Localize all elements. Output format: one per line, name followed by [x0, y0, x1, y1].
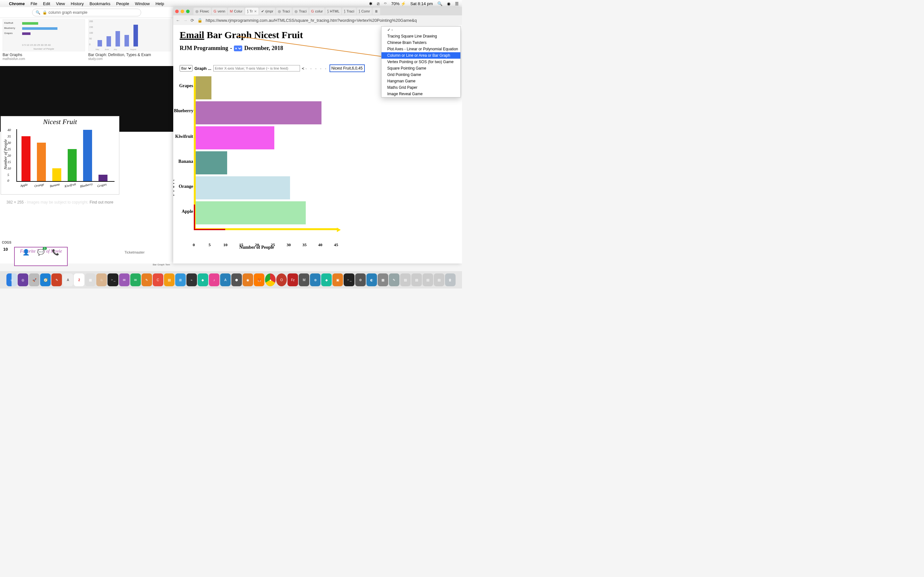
dock-app[interactable]: ◆: [198, 274, 208, 286]
dock-opera[interactable]: O: [276, 274, 287, 286]
clock[interactable]: Sat 8:14 pm: [410, 1, 433, 6]
tab-venn[interactable]: G venn: [212, 8, 227, 15]
dock-calendar[interactable]: 2: [74, 274, 84, 286]
siri-icon[interactable]: ◉: [447, 1, 451, 6]
back-button[interactable]: ←: [176, 18, 180, 23]
menu-window[interactable]: Window: [135, 1, 150, 6]
dock-textedit[interactable]: A: [63, 274, 73, 286]
menu-file[interactable]: File: [31, 1, 37, 6]
dd-item-tracing[interactable]: Tracing Square Line Drawing: [381, 33, 460, 39]
tab-comr[interactable]: ⟆ Comr: [357, 8, 372, 15]
mode-dropdown[interactable]: - Tracing Square Line Drawing Chinese Br…: [381, 26, 461, 97]
dock-app[interactable]: ✎: [142, 274, 152, 286]
dd-item-maths-grid[interactable]: Maths Grid Paper: [381, 84, 460, 91]
xy-value-input[interactable]: [213, 65, 300, 71]
tab-html[interactable]: ⟆ HTML: [325, 8, 341, 15]
tab-rjmpr[interactable]: ✔ rjmpr: [259, 8, 275, 15]
dock-app[interactable]: ▤: [434, 274, 444, 286]
tab-traci-2[interactable]: ◎ Traci: [292, 8, 309, 15]
battery-status[interactable]: 70% ⚡: [391, 1, 406, 6]
tab-colur-2[interactable]: G colur: [309, 8, 325, 15]
wifi-icon[interactable]: ⌔: [384, 1, 387, 6]
dock-app[interactable]: ✎: [51, 274, 62, 286]
dock-chrome[interactable]: ●: [265, 274, 276, 286]
dock-app[interactable]: ▤: [411, 274, 422, 286]
dd-item-vertex[interactable]: Vertex Pointing or SOS (for two) Game: [381, 59, 460, 65]
dock-app[interactable]: ⌁: [186, 274, 197, 286]
dock-finder[interactable]: ☺: [6, 274, 17, 286]
notification-center-icon[interactable]: ☰: [455, 1, 459, 6]
dock-app[interactable]: ⚙: [355, 274, 366, 286]
person-icon[interactable]: 👤: [23, 249, 29, 256]
dock-app[interactable]: ⬢: [231, 274, 242, 286]
hangouts-icon[interactable]: 💬: [37, 249, 44, 256]
airplay-icon[interactable]: ⎚: [377, 1, 380, 6]
new-tab-button[interactable]: 🗎: [373, 8, 380, 15]
dock-app[interactable]: ▤: [423, 274, 433, 286]
dock-app[interactable]: C: [153, 274, 163, 286]
dock-mamp[interactable]: M: [299, 274, 309, 286]
dd-item-hangman[interactable]: Hangman Game: [381, 78, 460, 84]
dock-app[interactable]: ◆: [321, 274, 332, 286]
tab-tr-active[interactable]: ⟆ Tr ✕: [245, 8, 258, 15]
dock-safari[interactable]: 🧭: [40, 274, 51, 286]
dock-trash[interactable]: 🗑: [445, 274, 456, 286]
dock-filezilla[interactable]: Fz: [288, 274, 298, 286]
close-tab-icon[interactable]: ✕: [254, 10, 257, 13]
zoom-window-button[interactable]: [186, 10, 190, 13]
dock-itunes[interactable]: ♪: [209, 274, 220, 286]
dock-terminal[interactable]: ＞_: [107, 274, 118, 286]
dd-item-dash[interactable]: -: [381, 27, 460, 33]
dock-app[interactable]: ✉: [130, 274, 141, 286]
dd-item-chinese[interactable]: Chinese Brain Twisters: [381, 39, 460, 46]
dd-item-plot-axes[interactable]: Plot Axes - Linear or Polynomial Equatio…: [381, 46, 460, 52]
forward-button[interactable]: →: [183, 18, 187, 23]
reload-button[interactable]: ⟳: [191, 18, 194, 23]
address-bar[interactable]: https://www.rjmprogramming.com.au/HTMLCS…: [206, 18, 459, 23]
dock-app[interactable]: ✎: [389, 274, 399, 286]
chart-type-select[interactable]: Bar: [180, 65, 192, 71]
dock-app[interactable]: ◎: [18, 274, 28, 286]
dock-appstore[interactable]: A: [220, 274, 231, 286]
dd-item-image-reveal[interactable]: Image Reveal Game: [381, 91, 460, 97]
tab-traci-1[interactable]: ◎ Traci: [276, 8, 292, 15]
dock-app[interactable]: ▦: [85, 274, 95, 286]
dock-app[interactable]: ▣: [333, 274, 343, 286]
menu-history[interactable]: History: [71, 1, 83, 6]
find-out-more-link[interactable]: Find out more: [89, 200, 113, 205]
email-link[interactable]: Email: [180, 29, 204, 40]
dock-app[interactable]: ▤: [400, 274, 411, 286]
dock-firefox[interactable]: 🦊: [254, 274, 264, 286]
dock-app[interactable]: ◐: [367, 274, 377, 286]
thumb-bar-graphs[interactable]: Kiwifruit Blueberry Grapes 0 5 10 15 20 …: [3, 19, 85, 65]
spotlight-icon[interactable]: 🔍: [437, 1, 443, 6]
dock-launchpad[interactable]: 🚀: [29, 274, 39, 286]
dd-item-column-bar[interactable]: Column or Line or Area or Bar Graph: [381, 52, 460, 59]
minimize-window-button[interactable]: [181, 10, 184, 13]
thumb-bar-graph-definition[interactable]: 200 150 100 50 0 May June July August Ba…: [88, 19, 171, 65]
tab-colur[interactable]: M Colur: [228, 8, 244, 15]
dock-app[interactable]: ▦: [378, 274, 388, 286]
tab-flowc[interactable]: ◎ Flowc: [194, 8, 211, 15]
menu-edit[interactable]: Edit: [43, 1, 50, 6]
menu-bookmarks[interactable]: Bookmarks: [89, 1, 110, 6]
tab-traci-3[interactable]: ⟆ Traci: [342, 8, 356, 15]
dd-item-square-pointing[interactable]: Square Pointing Game: [381, 65, 460, 71]
google-search-input[interactable]: 🔍 🔒 column graph example: [32, 9, 141, 16]
month-select[interactable]: ▾: [234, 45, 242, 51]
dd-item-grid-pointing[interactable]: Grid Pointing Game: [381, 71, 460, 78]
menu-view[interactable]: View: [56, 1, 65, 6]
app-name[interactable]: Chrome: [9, 1, 25, 6]
image-preview[interactable]: Nicest Fruit Number of People 40 35 30 2…: [1, 116, 120, 195]
dock-app[interactable]: ▤: [164, 274, 174, 286]
dock-app[interactable]: ⊞: [175, 274, 186, 286]
dock-app[interactable]: ＞_: [344, 274, 354, 286]
data-string-input[interactable]: [330, 64, 365, 72]
phone-icon[interactable]: 📞: [52, 249, 59, 256]
antivirus-icon[interactable]: ✱: [369, 1, 373, 6]
dock-app[interactable]: ♘: [96, 274, 107, 286]
menu-help[interactable]: Help: [156, 1, 164, 6]
dock-app[interactable]: ◉: [242, 274, 253, 286]
dock-app[interactable]: ✉: [119, 274, 129, 286]
menu-people[interactable]: People: [116, 1, 129, 6]
